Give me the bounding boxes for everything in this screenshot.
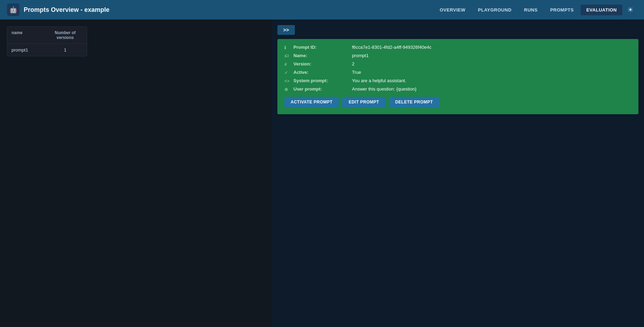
name-value: prompt1 [352,53,369,58]
system-prompt-value: You are a helpful assistant. [352,78,406,83]
version-icon: # [284,62,291,67]
app-logo: 🤖 [7,3,20,16]
main-layout: name Number of versions prompt1 1 >> ℹ P… [0,20,644,327]
right-panel: >> ℹ Prompt ID: f6cca7e1-8301-4fd2-a4ff-… [272,20,644,327]
activate-prompt-button[interactable]: ACTIVATE PROMPT [284,97,339,107]
cell-versions: 1 [48,47,83,53]
active-icon: ✓ [284,70,291,75]
prompt-id-icon: ℹ [284,45,291,50]
name-icon: 🏷 [284,53,291,59]
col-versions-header: Number of versions [48,30,83,40]
col-name-header: name [12,30,48,40]
prompt-id-label: Prompt ID: [293,45,349,50]
detail-row-user-prompt: ⊕ User prompt: Answer this question: {qu… [284,86,631,92]
detail-row-prompt-id: ℹ Prompt ID: f6cca7e1-8301-4fd2-a4ff-949… [284,45,631,50]
prompt-detail-card: ℹ Prompt ID: f6cca7e1-8301-4fd2-a4ff-949… [277,39,638,114]
version-value: 2 [352,61,354,67]
nav-overview[interactable]: OVERVIEW [434,5,471,15]
nav-evaluation[interactable]: EVALUATION [581,5,622,15]
logo-icon: 🤖 [9,6,17,14]
nav-playground[interactable]: PLAYGROUND [473,5,517,15]
name-label: Name: [293,53,349,58]
edit-prompt-button[interactable]: EDIT PROMPT [342,97,385,107]
nav-runs[interactable]: RUNS [519,5,543,15]
theme-toggle-icon[interactable]: ☀ [624,3,637,16]
app-title: Prompts Overview - example [24,6,109,14]
card-actions: ACTIVATE PROMPT EDIT PROMPT DELETE PROMP… [284,97,631,107]
delete-prompt-button[interactable]: DELETE PROMPT [389,97,439,107]
app-header: 🤖 Prompts Overview - example OVERVIEW PL… [0,0,644,20]
cell-name: prompt1 [12,47,48,53]
active-label: Active: [293,70,349,75]
user-prompt-label: User prompt: [293,86,349,92]
prompt-id-value: f6cca7e1-8301-4fd2-a4ff-949326f40e4c [352,45,431,50]
collapse-button[interactable]: >> [277,25,295,35]
detail-row-name: 🏷 Name: prompt1 [284,53,631,59]
prompts-table: name Number of versions prompt1 1 [7,26,87,56]
detail-row-version: # Version: 2 [284,61,631,67]
detail-row-system-prompt: <> System prompt: You are a helpful assi… [284,78,631,84]
user-prompt-value: Answer this question: {question} [352,86,416,92]
left-panel: name Number of versions prompt1 1 [0,20,272,327]
system-prompt-label: System prompt: [293,78,349,83]
header-nav: OVERVIEW PLAYGROUND RUNS PROMPTS EVALUAT… [434,3,637,16]
active-value: True [352,70,361,75]
detail-row-active: ✓ Active: True [284,70,631,75]
table-row[interactable]: prompt1 1 [7,44,87,56]
table-header: name Number of versions [7,27,87,44]
system-prompt-icon: <> [284,78,291,84]
header-left: 🤖 Prompts Overview - example [7,3,109,16]
user-prompt-icon: ⊕ [284,87,291,92]
version-label: Version: [293,61,349,67]
nav-prompts[interactable]: PROMPTS [545,5,580,15]
